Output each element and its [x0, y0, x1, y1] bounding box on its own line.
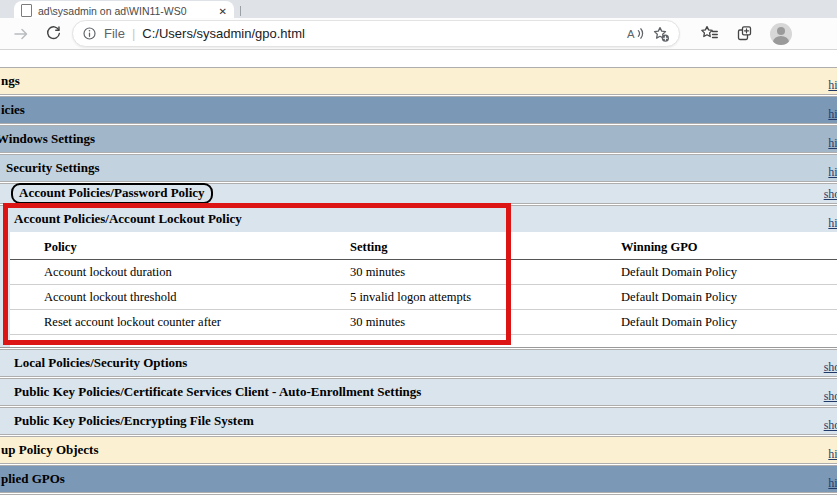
favorites-hub-icon[interactable] — [700, 24, 719, 43]
report-sections-bottom: Local Policies/Security Options show Pub… — [0, 349, 837, 495]
column-header-setting: Setting — [350, 234, 621, 260]
table-cell: Default Domain Policy — [621, 260, 837, 285]
password-policy-section-link[interactable]: Account Policies/Password Policy — [11, 183, 213, 204]
toggle-link[interactable]: show — [824, 418, 837, 433]
tab-title: ad\sysadmin on ad\WIN11-WS0 — [38, 5, 213, 17]
toggle-link[interactable]: hide — [828, 78, 837, 93]
section-band: ngs hide — [0, 67, 837, 95]
toggle-link[interactable]: show — [824, 187, 837, 202]
column-header-policy: Policy — [10, 234, 350, 260]
section-band-label: Public Key Policies/Certificate Services… — [14, 384, 421, 400]
page-favicon-icon — [21, 4, 32, 17]
toggle-link[interactable]: hide — [828, 107, 837, 122]
table-row: Account lockout duration30 minutesDefaul… — [10, 260, 837, 285]
report-sections-top: ngs hide icies hide Windows Settings hid… — [0, 67, 837, 204]
table-cell: Default Domain Policy — [621, 285, 837, 310]
section-band-label: Security Settings — [6, 160, 100, 176]
section-band-label: Windows Settings — [0, 131, 95, 147]
table-cell: Reset account lockout counter after — [10, 310, 350, 335]
forward-arrow-icon — [12, 25, 30, 43]
toolbar-right-icons — [700, 23, 792, 45]
column-header-winning-gpo: Winning GPO — [621, 234, 837, 260]
section-band-label: Local Policies/Security Options — [14, 355, 187, 371]
toggle-link[interactable]: hide — [828, 165, 837, 180]
table-row: Account lockout threshold5 invalid logon… — [10, 285, 837, 310]
account-lockout-policy-section: Account Policies/Account Lockout Policy … — [0, 205, 837, 348]
table-row: Reset account lockout counter after30 mi… — [10, 310, 837, 335]
section-band: Account Policies/Password Policy show — [0, 183, 837, 204]
table-cell: Account lockout duration — [10, 260, 350, 285]
section-band-label: Public Key Policies/Encrypting File Syst… — [14, 413, 254, 429]
svg-text:A: A — [627, 28, 635, 40]
toggle-link[interactable]: hide — [828, 216, 837, 231]
section-band: Public Key Policies/Encrypting File Syst… — [0, 407, 837, 435]
toggle-link[interactable]: hide — [828, 476, 837, 491]
table-cell: 5 invalid logon attempts — [350, 285, 621, 310]
section-band: icies hide — [0, 96, 837, 124]
refresh-button[interactable] — [40, 21, 66, 47]
avatar-body — [773, 36, 789, 45]
refresh-icon — [45, 25, 62, 42]
url-text: C:/Users/sysadmin/gpo.html — [142, 26, 305, 41]
section-band-label: plied GPOs — [1, 471, 65, 487]
section-band-label: icies — [1, 102, 25, 118]
toggle-link[interactable]: hide — [828, 136, 837, 151]
section-band: up Policy Objects hide — [0, 436, 837, 464]
section-band: Local Policies/Security Options show — [0, 349, 837, 377]
toggle-link[interactable]: show — [824, 360, 837, 375]
table-cell: Default Domain Policy — [621, 310, 837, 335]
section-band: plied GPOs hide — [0, 465, 837, 493]
table-cell: 30 minutes — [350, 260, 621, 285]
add-favorite-icon[interactable] — [652, 25, 670, 43]
address-divider: | — [132, 26, 135, 41]
profile-avatar[interactable] — [770, 23, 792, 45]
table-cell: Account lockout threshold — [10, 285, 350, 310]
lockout-policy-table: Policy Setting Winning GPO Account locko… — [10, 234, 837, 335]
toggle-link[interactable]: hide — [828, 447, 837, 462]
browser-tab[interactable]: ad\sysadmin on ad\WIN11-WS0 ✕ — [14, 1, 234, 18]
section-band-label: up Policy Objects — [1, 442, 99, 458]
toggle-link[interactable]: show — [824, 389, 837, 404]
collections-icon[interactable] — [735, 24, 754, 43]
table-cell: 30 minutes — [350, 310, 621, 335]
section-band-label: Account Policies/Account Lockout Policy — [14, 211, 242, 227]
browser-toolbar: File | C:/Users/sysadmin/gpo.html A — [0, 18, 837, 50]
tab-close-icon[interactable]: ✕ — [219, 6, 227, 17]
tab-strip: ad\sysadmin on ad\WIN11-WS0 ✕ — [0, 0, 837, 18]
site-info-icon[interactable] — [82, 26, 97, 41]
gpo-report-page: ngs hide icies hide Windows Settings hid… — [0, 50, 837, 495]
tab-divider — [240, 6, 241, 16]
read-aloud-icon[interactable]: A — [626, 25, 645, 42]
address-bar[interactable]: File | C:/Users/sysadmin/gpo.html A — [72, 20, 680, 47]
forward-button[interactable] — [8, 21, 34, 47]
table-header-row: Policy Setting Winning GPO — [10, 234, 837, 260]
section-band: Security Settings hide — [0, 154, 837, 182]
section-band-label: ngs — [1, 73, 20, 89]
browser-window: ad\sysadmin on ad\WIN11-WS0 ✕ File | — [0, 0, 837, 495]
section-band: Account Policies/Account Lockout Policy … — [0, 206, 837, 232]
section-band: Public Key Policies/Certificate Services… — [0, 378, 837, 406]
lockout-table-wrap: Policy Setting Winning GPO Account locko… — [10, 232, 837, 347]
file-scheme-label: File — [104, 26, 125, 41]
section-band: Windows Settings hide — [0, 125, 837, 153]
avatar-head — [777, 27, 785, 35]
